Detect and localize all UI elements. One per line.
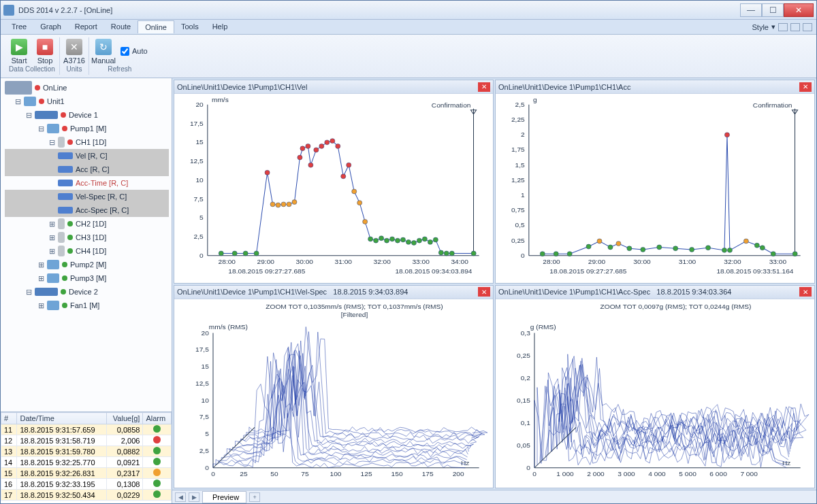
tree-ch2[interactable]: CH2 [1D]: [76, 220, 106, 228]
svg-point-28: [270, 202, 275, 207]
svg-point-89: [554, 252, 558, 256]
col-datetime[interactable]: Date/Time: [17, 413, 106, 424]
menu-online[interactable]: Online: [138, 20, 174, 33]
tree-root[interactable]: OnLine: [43, 84, 67, 92]
svg-text:7 000: 7 000: [740, 469, 758, 477]
stop-button[interactable]: ■Stop: [33, 37, 57, 65]
svg-text:0,1: 0,1: [521, 418, 531, 426]
svg-text:mm/s (RMS): mm/s (RMS): [209, 322, 248, 330]
svg-point-62: [449, 251, 454, 256]
svg-point-91: [586, 244, 591, 249]
table-row[interactable]: 1618.8.2015 9:32:33.1950,1308: [1, 479, 172, 490]
svg-point-94: [616, 241, 621, 246]
minimize-button[interactable]: —: [740, 3, 762, 17]
table-row[interactable]: 1318.8.2015 9:31:59.7800,0882: [1, 446, 172, 457]
manual-button[interactable]: ↻Manual: [92, 37, 115, 65]
tree-meas-vel[interactable]: Vel [R, C]: [76, 152, 107, 160]
tree-meas-velspec[interactable]: Vel-Spec [R, C]: [76, 192, 127, 201]
table-row[interactable]: 1218.8.2015 9:31:58.7192,006: [1, 435, 172, 446]
svg-text:0,75: 0,75: [511, 206, 525, 214]
close-pane-button[interactable]: ✕: [478, 82, 490, 92]
svg-text:7,5: 7,5: [194, 195, 204, 203]
tab-preview[interactable]: Preview: [202, 491, 246, 503]
channel-icon: [58, 137, 65, 148]
tab-add-button[interactable]: +: [249, 492, 260, 502]
menu-graph[interactable]: Graph: [33, 20, 68, 33]
table-row[interactable]: 1718.8.2015 9:32:50.4340,0229: [1, 490, 172, 501]
chart-acc-trend[interactable]: OnLine\Unit1\Device 1\Pump1\CH1\Acc✕ 00,…: [495, 80, 815, 284]
svg-text:50: 50: [270, 469, 278, 477]
chart-vel-spec[interactable]: OnLine\Unit1\Device 1\Pump1\CH1\Vel-Spec…: [174, 285, 494, 489]
svg-text:mm/s: mm/s: [212, 96, 229, 103]
svg-point-52: [395, 238, 400, 243]
svg-point-58: [428, 239, 432, 244]
col-value[interactable]: Value[g]: [106, 413, 143, 424]
svg-text:33:00: 33:00: [412, 258, 430, 265]
tree-device2[interactable]: Device 2: [69, 288, 98, 296]
svg-text:30:00: 30:00: [633, 258, 651, 265]
menu-tree[interactable]: Tree: [5, 20, 33, 33]
svg-text:12,5: 12,5: [190, 157, 204, 165]
svg-text:32:00: 32:00: [724, 258, 741, 265]
svg-text:g (RMS): g (RMS): [530, 322, 556, 330]
style-picker[interactable]: Style ▾: [752, 22, 812, 31]
menu-route[interactable]: Route: [104, 20, 138, 33]
chart-vel-trend[interactable]: OnLine\Unit1\Device 1\Pump1\CH1\Vel✕ 02,…: [174, 80, 494, 284]
tree-pump3[interactable]: Pump3 [M]: [70, 274, 106, 282]
tree-ch3[interactable]: CH3 [1D]: [76, 233, 106, 241]
tree-meas-acctime[interactable]: Acc-Time [R, C]: [76, 179, 128, 187]
svg-text:2,5: 2,5: [199, 447, 210, 454]
tree-pump2[interactable]: Pump2 [M]: [70, 261, 106, 269]
tree-pump1[interactable]: Pump1 [M]: [70, 124, 106, 133]
svg-text:2 000: 2 000: [587, 469, 605, 477]
svg-text:5: 5: [199, 214, 204, 221]
svg-point-97: [657, 245, 662, 250]
tree-view[interactable]: OnLine ⊟Unit1 ⊟Device 1 ⊟Pump1 [M] ⊟CH1 …: [1, 78, 172, 411]
tree-unit[interactable]: Unit1: [47, 97, 65, 105]
expand-icon[interactable]: ⊟: [14, 97, 21, 106]
col-index[interactable]: #: [1, 413, 17, 424]
tree-meas-acc[interactable]: Acc [R, C]: [76, 165, 110, 173]
close-pane-button[interactable]: ✕: [799, 287, 812, 297]
maximize-button[interactable]: ☐: [762, 3, 784, 17]
device-icon: [35, 111, 58, 119]
mdi-min-icon[interactable]: [778, 23, 788, 31]
factory-icon: [5, 81, 32, 95]
tree-fan1[interactable]: Fan1 [M]: [70, 301, 99, 309]
close-pane-button[interactable]: ✕: [799, 82, 812, 92]
a3716-button[interactable]: ✕A3716: [63, 37, 86, 65]
svg-point-41: [336, 144, 340, 148]
auto-checkbox[interactable]: Auto: [121, 47, 148, 56]
svg-point-108: [792, 252, 797, 256]
menu-tools[interactable]: Tools: [174, 20, 206, 33]
svg-point-106: [760, 246, 765, 250]
tree-ch1[interactable]: CH1 [1D]: [76, 138, 106, 146]
table-row[interactable]: 1518.8.2015 9:32:26.8310,2317: [1, 468, 172, 479]
close-button[interactable]: ✕: [784, 3, 814, 17]
svg-text:100: 100: [330, 469, 342, 477]
tab-next-button[interactable]: ▶: [189, 492, 199, 502]
mdi-close-icon[interactable]: [803, 23, 812, 31]
tab-prev-button[interactable]: ◀: [175, 492, 186, 502]
svg-point-95: [627, 246, 632, 251]
close-pane-button[interactable]: ✕: [478, 287, 490, 297]
svg-point-93: [608, 245, 613, 250]
data-grid[interactable]: # Date/Time Value[g] Alarm 1118.8.2015 9…: [1, 411, 172, 503]
svg-text:28:00: 28:00: [543, 258, 560, 265]
col-alarm[interactable]: Alarm: [143, 413, 172, 424]
start-button[interactable]: ▶Start: [7, 37, 31, 65]
tree-meas-accspec[interactable]: Acc-Spec [R, C]: [76, 206, 129, 214]
svg-text:175: 175: [422, 469, 434, 477]
svg-text:31:00: 31:00: [335, 258, 353, 265]
tree-device1[interactable]: Device 1: [69, 111, 98, 119]
svg-text:6 000: 6 000: [709, 469, 727, 477]
table-row[interactable]: 1118.8.2015 9:31:57.6590,0858: [1, 424, 172, 435]
menu-report[interactable]: Report: [68, 20, 104, 33]
menu-help[interactable]: Help: [206, 20, 235, 33]
mdi-restore-icon[interactable]: [790, 23, 800, 31]
chart-title: OnLine\Unit1\Device 1\Pump1\CH1\Vel-Spec: [177, 288, 327, 296]
chart-grid: OnLine\Unit1\Device 1\Pump1\CH1\Vel✕ 02,…: [172, 78, 816, 490]
chart-acc-spec[interactable]: OnLine\Unit1\Device 1\Pump1\CH1\Acc-Spec…: [495, 285, 815, 489]
table-row[interactable]: 1418.8.2015 9:32:25.7700,0921: [1, 457, 172, 468]
tree-ch4[interactable]: CH4 [1D]: [76, 247, 106, 255]
